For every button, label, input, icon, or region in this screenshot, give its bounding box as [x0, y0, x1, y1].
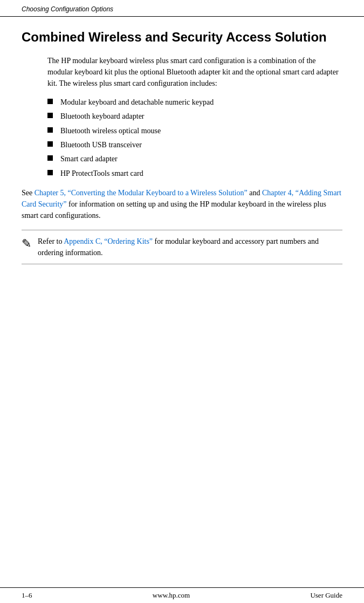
- list-item: Bluetooth USB transceiver: [47, 139, 342, 151]
- footer-url: www.hp.com: [32, 591, 311, 600]
- bullet-icon: [47, 170, 53, 175]
- appendix-c-link[interactable]: Appendix C, “Ordering Kits”: [64, 237, 153, 245]
- page-footer: 1–6 www.hp.com User Guide: [0, 587, 364, 603]
- footer-page-number: 1–6: [22, 591, 32, 600]
- list-item: Bluetooth keyboard adapter: [47, 111, 342, 122]
- header-title: Choosing Configuration Options: [22, 5, 113, 13]
- note-text: Refer to Appendix C, “Ordering Kits” for…: [38, 236, 342, 258]
- note-text-before: Refer to: [38, 237, 64, 245]
- list-item: HP ProtectTools smart card: [47, 168, 342, 180]
- bullet-icon: [47, 127, 53, 133]
- note-icon: ✎: [22, 236, 31, 252]
- chapter5-link[interactable]: Chapter 5, “Converting the Modular Keybo…: [35, 189, 248, 197]
- list-item-text: Bluetooth keyboard adapter: [60, 111, 145, 122]
- list-item-text: Bluetooth USB transceiver: [60, 139, 142, 151]
- see-text-between: and: [248, 189, 262, 197]
- see-text-after: for information on setting up and using …: [22, 200, 326, 220]
- chapter-heading: Combined Wireless and Security Access So…: [22, 30, 342, 45]
- list-item-text: Smart card adapter: [60, 153, 118, 165]
- page-content: Combined Wireless and Security Access So…: [0, 17, 364, 587]
- see-paragraph: See Chapter 5, “Converting the Modular K…: [22, 187, 342, 221]
- bullet-icon: [47, 155, 53, 161]
- bullet-list: Modular keyboard and detachable numeric …: [47, 97, 342, 180]
- list-item: Bluetooth wireless optical mouse: [47, 125, 342, 137]
- list-item: Modular keyboard and detachable numeric …: [47, 97, 342, 108]
- footer-label: User Guide: [310, 591, 342, 600]
- list-item-text: Bluetooth wireless optical mouse: [60, 125, 161, 137]
- bullet-icon: [47, 141, 53, 147]
- bullet-icon: [47, 99, 53, 104]
- page-header: Choosing Configuration Options: [0, 0, 364, 17]
- bullet-icon: [47, 113, 53, 118]
- intro-paragraph: The HP modular keyboard wireless plus sm…: [47, 55, 342, 89]
- see-text-before: See: [22, 189, 35, 197]
- list-item-text: Modular keyboard and detachable numeric …: [60, 97, 214, 108]
- list-item: Smart card adapter: [47, 153, 342, 165]
- note-box: ✎ Refer to Appendix C, “Ordering Kits” f…: [22, 230, 342, 264]
- page-container: Choosing Configuration Options Combined …: [0, 0, 364, 603]
- list-item-text: HP ProtectTools smart card: [60, 168, 143, 180]
